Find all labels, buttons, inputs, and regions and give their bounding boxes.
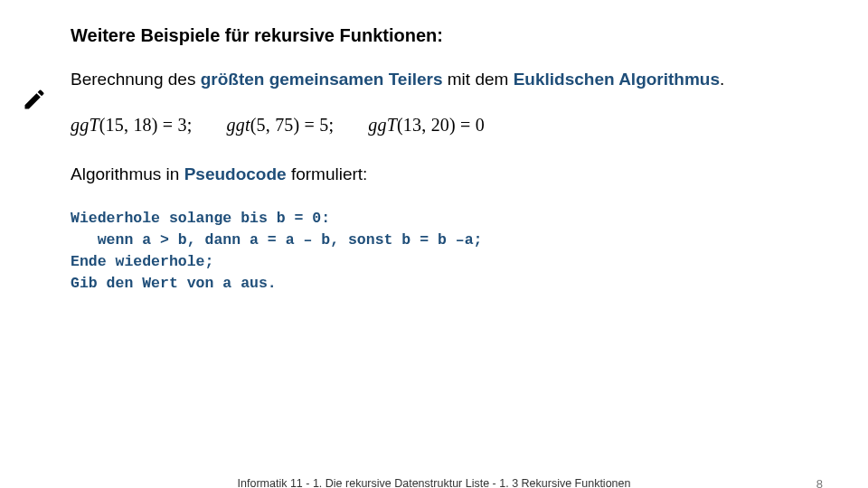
page-number: 8 — [816, 477, 823, 488]
text-end: . — [720, 70, 724, 89]
pseudocode-block: Wiederhole solange bis b = 0: wenn a > b… — [71, 208, 814, 295]
algo-bold: Pseudocode — [184, 164, 287, 183]
fn1: ggT — [71, 115, 99, 135]
equation-2: ggt(5, 75) = 5; — [227, 115, 335, 136]
slide: Weitere Beispiele für rekursive Funktion… — [0, 0, 868, 488]
args2: (5, 75) = 5; — [250, 115, 335, 135]
equation-3: ggT(13, 20) = 0 — [368, 115, 485, 136]
args3: (13, 20) = 0 — [397, 115, 485, 135]
algorithm-intro: Algorithmus in Pseudocode formuliert: — [71, 164, 814, 184]
text-pre: Berechnung des — [71, 70, 201, 89]
footer-text: Informatik 11 - 1. Die rekursive Datenst… — [238, 477, 631, 488]
equations-row: ggT(15, 18) = 3; ggt(5, 75) = 5; ggT(13,… — [71, 115, 814, 136]
algo-pre: Algorithmus in — [71, 164, 184, 183]
text-mid: mit dem — [443, 70, 514, 89]
text-bold-euclid: Euklidschen Algorithmus — [514, 70, 720, 89]
algo-post: formuliert: — [287, 164, 368, 183]
pencil-icon — [22, 87, 47, 116]
text-bold-ggt: größten gemeinsamen Teilers — [201, 70, 443, 89]
page-title: Weitere Beispiele für rekursive Funktion… — [71, 25, 814, 46]
equation-1: ggT(15, 18) = 3; — [71, 115, 193, 136]
fn2: ggt — [227, 115, 250, 135]
fn3: ggT — [368, 115, 397, 135]
description-line: Berechnung des größten gemeinsamen Teile… — [71, 70, 814, 89]
args1: (15, 18) = 3; — [99, 115, 193, 135]
